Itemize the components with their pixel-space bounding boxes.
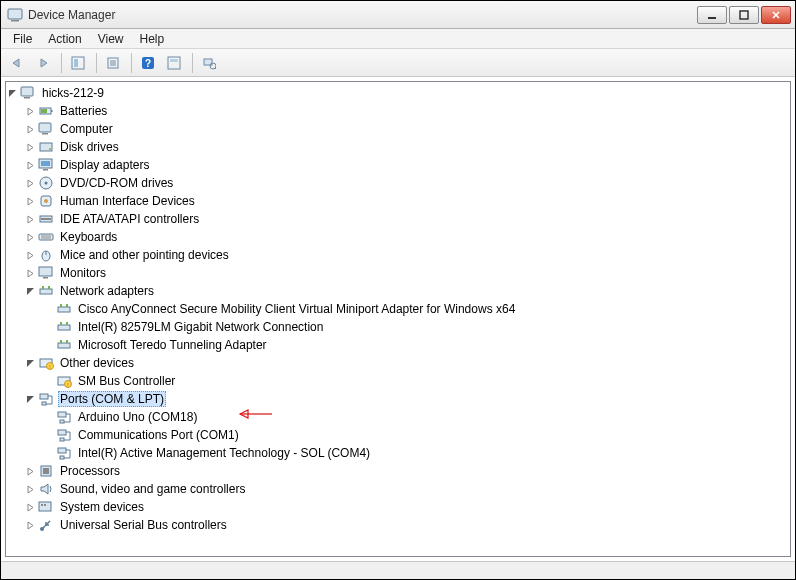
svg-rect-65 — [60, 438, 64, 441]
tree-item-monitors[interactable]: Monitors — [24, 264, 790, 282]
expand-icon[interactable] — [24, 105, 36, 117]
toolbar-help-button[interactable]: ? — [136, 52, 160, 74]
tree-item-computer[interactable]: Computer — [24, 120, 790, 138]
collapse-icon[interactable] — [6, 87, 18, 99]
svg-rect-0 — [8, 9, 22, 19]
device-manager-icon — [7, 7, 23, 23]
menubar: File Action View Help — [1, 29, 795, 49]
toolbar-forward-button[interactable] — [31, 52, 55, 74]
expand-icon[interactable] — [24, 519, 36, 531]
network-icon — [56, 337, 72, 353]
tree-item-ports-child-0[interactable]: Arduino Uno (COM18) — [42, 408, 790, 426]
tree-label: SM Bus Controller — [76, 374, 177, 388]
expand-icon[interactable] — [24, 267, 36, 279]
ports-icon — [38, 391, 54, 407]
tree-item-other[interactable]: !Other devices — [24, 354, 790, 372]
tree-label: Ports (COM & LPT) — [58, 391, 166, 407]
menu-action[interactable]: Action — [40, 30, 89, 48]
svg-rect-44 — [48, 286, 50, 289]
display_adapters-icon — [38, 157, 54, 173]
collapse-icon[interactable] — [24, 285, 36, 297]
tree-item-keyboards[interactable]: Keyboards — [24, 228, 790, 246]
tree-item-usb[interactable]: Universal Serial Bus controllers — [24, 516, 790, 534]
tree-item-dvd[interactable]: DVD/CD-ROM drives — [24, 174, 790, 192]
tree-item-other-child-0[interactable]: !SM Bus Controller — [42, 372, 790, 390]
computer-icon — [20, 85, 36, 101]
expand-icon[interactable] — [24, 231, 36, 243]
svg-rect-21 — [41, 109, 47, 113]
expand-icon[interactable] — [24, 159, 36, 171]
expand-icon[interactable] — [24, 465, 36, 477]
svg-rect-43 — [42, 286, 44, 289]
tree-label: Processors — [58, 464, 122, 478]
toolbar-show-hide-tree-button[interactable] — [66, 52, 90, 74]
svg-rect-46 — [60, 304, 62, 307]
toolbar-properties-button[interactable] — [101, 52, 125, 74]
svg-rect-1 — [11, 20, 19, 22]
svg-rect-64 — [58, 430, 66, 435]
svg-rect-61 — [42, 402, 46, 405]
collapse-icon[interactable] — [24, 393, 36, 405]
tree-item-disk_drives[interactable]: Disk drives — [24, 138, 790, 156]
collapse-icon[interactable] — [24, 357, 36, 369]
svg-point-32 — [44, 199, 48, 203]
expand-icon[interactable] — [24, 483, 36, 495]
tree-item-ide[interactable]: IDE ATA/ATAPI controllers — [24, 210, 790, 228]
device-tree[interactable]: hicks-212-9 BatteriesComputerDisk drives… — [5, 81, 791, 557]
svg-rect-42 — [40, 289, 52, 294]
tree-item-ports[interactable]: Ports (COM & LPT) — [24, 390, 790, 408]
tree-label: Keyboards — [58, 230, 119, 244]
tree-root-computer[interactable]: hicks-212-9 — [6, 84, 790, 102]
tree-item-ports-child-2[interactable]: Intel(R) Active Management Technology - … — [42, 444, 790, 462]
tree-item-sound[interactable]: Sound, video and game controllers — [24, 480, 790, 498]
expand-icon[interactable] — [24, 141, 36, 153]
tree-item-batteries[interactable]: Batteries — [24, 102, 790, 120]
tree-label: System devices — [58, 500, 146, 514]
tree-item-network-child-2[interactable]: Microsoft Teredo Tunneling Adapter — [42, 336, 790, 354]
tree-item-processors[interactable]: Processors — [24, 462, 790, 480]
tree-item-display_adapters[interactable]: Display adapters — [24, 156, 790, 174]
close-button[interactable] — [761, 6, 791, 24]
disk_drives-icon — [38, 139, 54, 155]
toolbar-scan-button[interactable] — [162, 52, 186, 74]
expand-icon[interactable] — [24, 501, 36, 513]
network-icon — [56, 301, 72, 317]
expand-icon[interactable] — [24, 249, 36, 261]
svg-rect-45 — [58, 307, 70, 312]
tree-item-mice[interactable]: Mice and other pointing devices — [24, 246, 790, 264]
tree-label: Universal Serial Bus controllers — [58, 518, 229, 532]
tree-item-hid[interactable]: Human Interface Devices — [24, 192, 790, 210]
tree-item-network[interactable]: Network adapters — [24, 282, 790, 300]
minimize-button[interactable] — [697, 6, 727, 24]
svg-rect-48 — [58, 325, 70, 330]
maximize-button[interactable] — [729, 6, 759, 24]
svg-line-16 — [215, 68, 216, 69]
tree-label: Human Interface Devices — [58, 194, 197, 208]
expand-icon[interactable] — [24, 177, 36, 189]
statusbar — [1, 561, 795, 580]
svg-rect-53 — [66, 340, 68, 343]
tree-label: Arduino Uno (COM18) — [76, 410, 199, 424]
menu-view[interactable]: View — [90, 30, 132, 48]
sound-icon — [38, 481, 54, 497]
menu-help[interactable]: Help — [132, 30, 173, 48]
expander-blank — [42, 321, 54, 333]
expand-icon[interactable] — [24, 195, 36, 207]
tree-item-network-child-1[interactable]: Intel(R) 82579LM Gigabit Network Connect… — [42, 318, 790, 336]
toolbar-separator — [131, 53, 132, 73]
svg-rect-50 — [66, 322, 68, 325]
svg-rect-41 — [43, 277, 48, 279]
menu-file[interactable]: File — [5, 30, 40, 48]
tree-item-network-child-0[interactable]: Cisco AnyConnect Secure Mobility Client … — [42, 300, 790, 318]
ports-icon — [56, 427, 72, 443]
tree-item-ports-child-1[interactable]: Communications Port (COM1) — [42, 426, 790, 444]
tree-label: Batteries — [58, 104, 109, 118]
tree-item-system[interactable]: System devices — [24, 498, 790, 516]
toolbar-back-button[interactable] — [5, 52, 29, 74]
svg-rect-2 — [708, 17, 716, 19]
svg-text:!: ! — [67, 382, 68, 388]
svg-rect-67 — [60, 456, 64, 459]
expand-icon[interactable] — [24, 213, 36, 225]
toolbar-scan-hardware-button[interactable] — [197, 52, 221, 74]
expand-icon[interactable] — [24, 123, 36, 135]
